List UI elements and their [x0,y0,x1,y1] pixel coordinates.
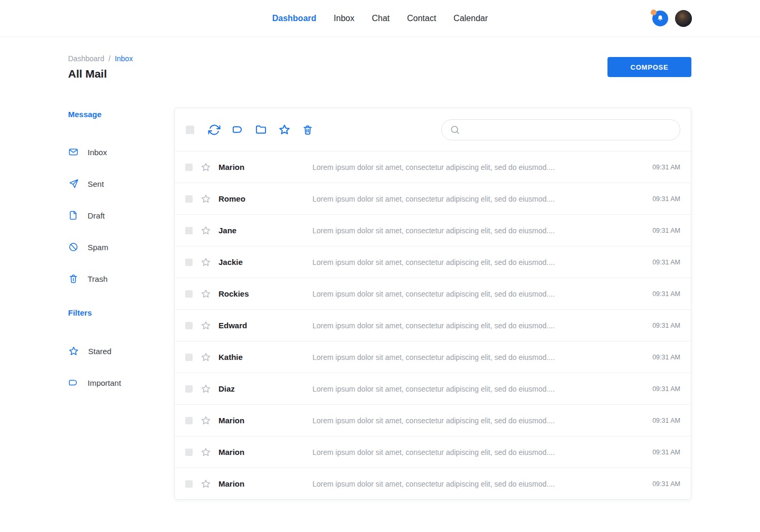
email-row[interactable]: Jackie Lorem ipsum dolor sit amet, conse… [175,246,691,278]
breadcrumb: Dashboard / Inbox [68,54,133,63]
sidebar-section-message: Message [68,110,174,119]
trash-icon [302,124,314,136]
row-checkbox[interactable] [185,290,193,298]
email-row[interactable]: Marion Lorem ipsum dolor sit amet, conse… [175,468,691,499]
row-checkbox[interactable] [185,322,193,329]
breadcrumb-dashboard[interactable]: Dashboard [68,54,104,63]
block-icon [68,242,79,252]
sidebar-item-label: Spam [88,243,108,252]
email-row[interactable]: Marion Lorem ipsum dolor sit amet, conse… [175,436,691,468]
email-preview: Lorem ipsum dolor sit amet, consectetur … [312,321,640,330]
top-nav-bar: Dashboard Inbox Chat Contact Calendar [0,0,760,37]
row-checkbox[interactable] [185,259,193,266]
sender-name: Jane [218,226,312,235]
row-checkbox[interactable] [185,480,193,488]
sidebar-item-inbox[interactable]: Inbox [68,136,174,168]
email-time: 09:31 AM [652,322,680,329]
star-icon[interactable] [201,384,211,394]
sidebar-item-label: Draft [88,211,105,220]
main-nav: Dashboard Inbox Chat Contact Calendar [272,0,488,37]
sender-name: Marion [218,416,312,425]
email-row[interactable]: Romeo Lorem ipsum dolor sit amet, consec… [175,183,691,214]
star-icon[interactable] [201,320,211,331]
sidebar-item-draft[interactable]: Draft [68,200,174,231]
sidebar-item-important[interactable]: Important [68,367,174,398]
email-preview: Lorem ipsum dolor sit amet, consectetur … [312,195,640,203]
sender-name: Marion [218,479,312,488]
row-checkbox[interactable] [185,164,193,171]
sidebar-item-label: Stared [88,347,111,356]
folder-icon [255,124,267,136]
email-time: 09:31 AM [652,290,680,298]
trash-button[interactable] [302,124,314,136]
row-checkbox[interactable] [185,354,193,361]
select-all-checkbox[interactable] [186,126,194,134]
email-time: 09:31 AM [652,417,680,424]
star-icon[interactable] [201,162,211,173]
notifications-button[interactable] [652,11,668,26]
label-icon [68,377,79,388]
sender-name: Marion [218,448,312,457]
compose-button[interactable]: COMPOSE [607,57,691,77]
label-icon [232,124,244,136]
sidebar-item-spam[interactable]: Spam [68,231,174,263]
breadcrumb-separator: / [109,54,111,63]
sidebar-item-label: Important [88,378,121,387]
email-row[interactable]: Kathie Lorem ipsum dolor sit amet, conse… [175,341,691,373]
email-row[interactable]: Edward Lorem ipsum dolor sit amet, conse… [175,309,691,341]
email-row[interactable]: Marion Lorem ipsum dolor sit amet, conse… [175,151,691,183]
star-icon[interactable] [201,415,211,426]
search-input[interactable] [466,126,672,134]
sender-name: Jackie [218,258,312,267]
sidebar-item-stared[interactable]: Stared [68,335,174,367]
sender-name: Diaz [218,384,312,393]
row-checkbox[interactable] [185,227,193,234]
email-preview: Lorem ipsum dolor sit amet, consectetur … [312,385,640,393]
nav-item-dashboard[interactable]: Dashboard [272,14,317,23]
row-checkbox[interactable] [185,385,193,393]
mail-list-panel: Marion Lorem ipsum dolor sit amet, conse… [174,108,691,500]
sidebar-item-label: Inbox [88,148,107,157]
email-list: Marion Lorem ipsum dolor sit amet, conse… [175,151,691,499]
email-preview: Lorem ipsum dolor sit amet, consectetur … [312,163,640,172]
search-box[interactable] [441,119,680,140]
email-time: 09:31 AM [652,385,680,393]
row-checkbox[interactable] [185,449,193,456]
email-time: 09:31 AM [652,259,680,266]
star-icon[interactable] [201,447,211,458]
email-row[interactable]: Rockies Lorem ipsum dolor sit amet, cons… [175,278,691,309]
star-button[interactable] [278,124,291,136]
nav-item-calendar[interactable]: Calendar [453,14,488,23]
star-icon[interactable] [201,479,211,489]
email-row[interactable]: Diaz Lorem ipsum dolor sit amet, consect… [175,373,691,404]
sidebar-item-trash[interactable]: Trash [68,263,174,294]
avatar[interactable] [675,10,692,27]
email-row[interactable]: Jane Lorem ipsum dolor sit amet, consect… [175,214,691,246]
sidebar-item-label: Trash [88,274,108,283]
nav-item-inbox[interactable]: Inbox [334,14,354,23]
star-icon[interactable] [201,289,211,299]
row-checkbox[interactable] [185,195,193,203]
star-icon [68,346,79,357]
refresh-button[interactable] [208,124,221,136]
folder-button[interactable] [255,124,267,136]
star-icon[interactable] [201,194,211,204]
row-checkbox[interactable] [185,417,193,424]
star-icon[interactable] [201,225,211,236]
nav-item-chat[interactable]: Chat [372,14,390,23]
nav-item-contact[interactable]: Contact [407,14,436,23]
mail-icon [68,147,79,157]
sidebar-section-filters: Filters [68,308,174,317]
email-time: 09:31 AM [652,195,680,203]
label-button[interactable] [232,124,244,136]
star-icon[interactable] [201,257,211,268]
email-time: 09:31 AM [652,227,680,234]
email-preview: Lorem ipsum dolor sit amet, consectetur … [312,353,640,362]
trash-icon [68,273,79,284]
star-icon[interactable] [201,352,211,363]
sender-name: Rockies [218,289,312,298]
breadcrumb-inbox[interactable]: Inbox [115,54,132,63]
email-row[interactable]: Marion Lorem ipsum dolor sit amet, conse… [175,404,691,436]
search-icon [450,125,460,135]
sidebar-item-sent[interactable]: Sent [68,168,174,200]
